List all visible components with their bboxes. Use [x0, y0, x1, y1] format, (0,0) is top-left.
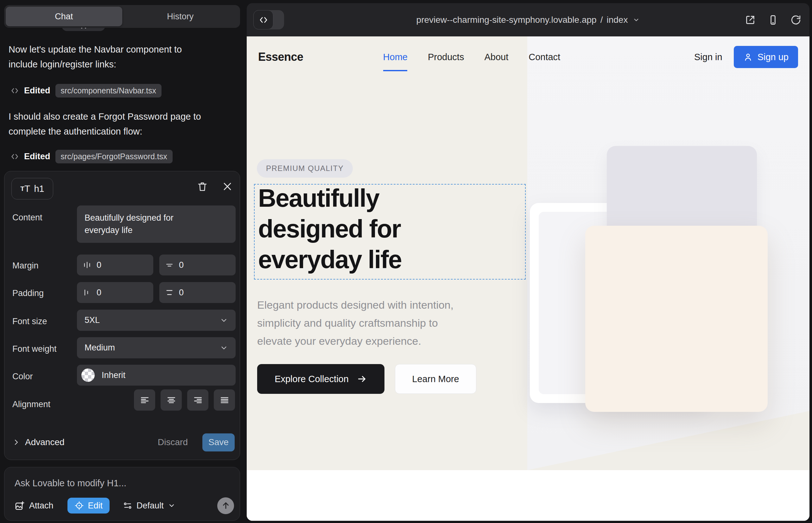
preview-path: index	[606, 15, 628, 25]
margin-x-input[interactable]: 0	[77, 254, 153, 275]
chat-panel: Chat History Now let's update the Navbar…	[0, 0, 247, 523]
delete-element-button[interactable]	[197, 181, 208, 192]
edited-file-row: Edited src/pages/ForgotPassword.tsx	[11, 149, 173, 164]
hero-heading[interactable]: Beautifully designed for everyday life	[258, 183, 461, 275]
advanced-toggle[interactable]: Advanced	[12, 437, 65, 447]
explore-collection-button[interactable]: Explore Collection	[257, 364, 385, 394]
nav-link-home[interactable]: Home	[383, 52, 408, 62]
chat-history-tabs: Chat History	[4, 5, 240, 28]
padding-vertical-icon	[165, 288, 174, 297]
model-selector[interactable]: Default	[121, 501, 177, 511]
tab-chat[interactable]: Chat	[6, 7, 122, 26]
chat-composer[interactable]: Ask Lovable to modify H1... Attach Edit	[4, 467, 240, 521]
font-weight-label: Font weight	[12, 344, 57, 354]
chevron-down-icon	[220, 316, 228, 325]
chevron-down-icon	[168, 502, 175, 509]
preview-toolbar: preview--charming-site-symphony.lovable.…	[247, 3, 810, 36]
padding-label: Padding	[12, 288, 44, 298]
learn-more-button[interactable]: Learn More	[395, 364, 476, 394]
trash-icon	[197, 181, 208, 192]
mobile-view-button[interactable]	[768, 15, 778, 25]
section-below-hero	[247, 470, 810, 521]
color-label: Color	[12, 372, 33, 381]
chevron-right-icon	[12, 438, 20, 446]
lovable-app: Chat History Now let's update the Navbar…	[0, 0, 812, 523]
align-justify-icon	[219, 395, 230, 405]
align-center-icon	[166, 395, 176, 405]
hero-description: Elegant products designed with intention…	[257, 296, 454, 350]
discard-button[interactable]: Discard	[156, 437, 190, 448]
margin-label: Margin	[12, 261, 39, 271]
edit-mode-button[interactable]: Edit	[68, 498, 110, 513]
type-icon: TT	[20, 183, 30, 194]
content-label: Content	[12, 213, 42, 222]
code-icon	[11, 86, 19, 95]
preview-url-dropdown[interactable]: preview--charming-site-symphony.lovable.…	[247, 3, 810, 36]
margin-y-input[interactable]: 0	[159, 254, 236, 275]
margin-vertical-icon	[165, 260, 174, 269]
element-editor-panel: TT h1 Content Beautifully designed for e…	[4, 171, 240, 460]
site-navbar: Essence Home Products About Contact Sign…	[247, 36, 810, 77]
close-icon	[222, 181, 233, 192]
nav-link-products[interactable]: Products	[428, 52, 464, 62]
assistant-message: I should also create a Forgot Password p…	[8, 109, 208, 139]
selection-outline: Beautifully designed for everyday life	[254, 184, 526, 279]
font-weight-select[interactable]: Medium	[77, 337, 236, 358]
tag-label: h1	[34, 184, 44, 194]
align-right-icon	[193, 395, 203, 405]
content-input[interactable]: Beautifully designed for everyday life	[77, 205, 236, 243]
nav-link-about[interactable]: About	[484, 52, 508, 62]
sign-in-link[interactable]: Sign in	[694, 52, 722, 62]
assistant-message: Now let's update the Navbar component to…	[8, 42, 208, 72]
hero-section: PREMIUM QUALITY Beautifully designed for…	[247, 77, 810, 470]
sign-up-button[interactable]: Sign up	[734, 46, 798, 68]
sliders-icon	[123, 501, 133, 510]
smartphone-icon	[768, 15, 778, 25]
preview-window: preview--charming-site-symphony.lovable.…	[247, 3, 810, 521]
file-chip[interactable]: src/pages/ForgotPassword.tsx	[55, 150, 173, 163]
file-chip[interactable]: src/components/Navbar.tsx	[55, 84, 162, 97]
open-in-new-tab-button[interactable]	[745, 15, 756, 25]
edited-file-row: Edited src/components/Navbar.tsx	[11, 83, 161, 98]
site-logo[interactable]: Essence	[258, 50, 303, 64]
refresh-button[interactable]	[791, 15, 801, 25]
color-select[interactable]: Inherit	[77, 365, 236, 385]
selected-element-tag: TT h1	[12, 178, 53, 199]
color-swatch	[82, 368, 95, 382]
hero-card-peach	[585, 226, 768, 412]
padding-y-input[interactable]: 0	[159, 282, 236, 303]
chevron-down-icon	[633, 16, 640, 23]
tab-history[interactable]: History	[122, 7, 239, 26]
align-right-button[interactable]	[187, 390, 208, 411]
close-editor-button[interactable]	[222, 181, 233, 192]
external-link-icon	[745, 15, 756, 25]
font-size-label: Font size	[12, 317, 47, 326]
refresh-icon	[791, 15, 801, 25]
arrow-up-icon	[221, 501, 231, 510]
preview-url: preview--charming-site-symphony.lovable.…	[417, 15, 597, 25]
user-icon	[743, 52, 753, 62]
save-button[interactable]: Save	[202, 433, 235, 451]
premium-quality-badge: PREMIUM QUALITY	[257, 159, 353, 178]
composer-placeholder[interactable]: Ask Lovable to modify H1...	[15, 478, 126, 488]
align-justify-button[interactable]	[214, 390, 235, 411]
arrow-right-icon	[357, 374, 367, 384]
align-left-icon	[140, 395, 150, 405]
image-plus-icon	[15, 501, 25, 511]
target-icon	[74, 501, 84, 510]
edited-label: Edited	[24, 86, 50, 96]
margin-horizontal-icon	[83, 260, 91, 269]
edited-label: Edited	[24, 152, 50, 161]
attach-button[interactable]: Attach	[13, 500, 55, 511]
padding-horizontal-icon	[83, 288, 91, 297]
site-preview: Essence Home Products About Contact Sign…	[247, 36, 810, 521]
send-button[interactable]	[217, 497, 234, 514]
align-center-button[interactable]	[161, 390, 182, 411]
align-left-button[interactable]	[134, 390, 155, 411]
nav-link-contact[interactable]: Contact	[529, 52, 560, 62]
code-icon	[11, 152, 19, 161]
alignment-label: Alignment	[12, 399, 50, 409]
font-size-select[interactable]: 5XL	[77, 310, 236, 331]
chevron-down-icon	[220, 344, 228, 352]
padding-x-input[interactable]: 0	[77, 282, 153, 303]
